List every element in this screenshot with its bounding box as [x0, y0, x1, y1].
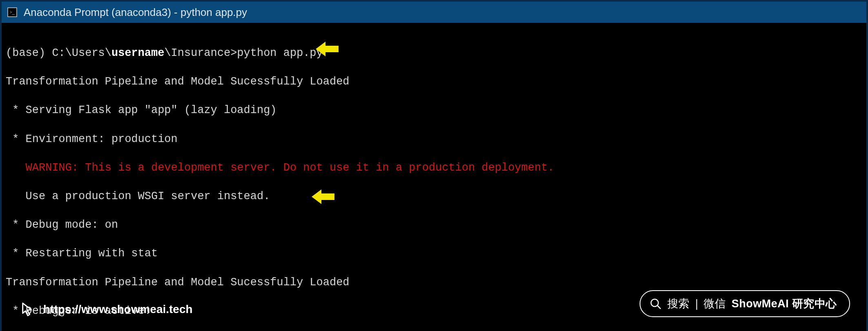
output-line: Transformation Pipeline and Model Sucess… [6, 75, 862, 89]
terminal-output[interactable]: (base) C:\Users\username\Insurance>pytho… [2, 23, 866, 331]
output-line: Use a production WSGI server instead. [6, 189, 862, 204]
indent [6, 162, 26, 174]
wechat-label: 微信 [704, 296, 726, 311]
output-line: * Environment: production [6, 132, 862, 147]
search-pill[interactable]: 搜索 | 微信 ShowMeAI 研究中心 [640, 290, 850, 317]
output-line: WARNING: This is a development server. D… [6, 161, 862, 175]
svg-line-5 [658, 306, 660, 309]
window-title: Anaconda Prompt (anaconda3) - python app… [24, 6, 247, 19]
output-line: Transformation Pipeline and Model Sucess… [6, 275, 862, 290]
prompt-prefix: (base) C:\Users\ [6, 47, 111, 59]
output-line: * Restarting with stat [6, 247, 862, 261]
annotation-arrow-icon [316, 41, 339, 57]
warning-text: WARNING: This is a development server. D… [26, 162, 554, 174]
footer-watermark: https://www.showmeai.tech [20, 302, 193, 317]
output-line: * Serving Flask app "app" (lazy loading) [6, 103, 862, 118]
footer-url: https://www.showmeai.tech [43, 303, 193, 316]
svg-text:>_: >_ [9, 9, 15, 15]
svg-marker-3 [312, 189, 334, 204]
annotation-arrow-icon [312, 189, 334, 205]
separator: | [695, 298, 698, 310]
prompt-suffix: \Insurance>python app.py [164, 47, 323, 59]
title-bar[interactable]: >_ Anaconda Prompt (anaconda3) - python … [2, 2, 866, 23]
output-line: * Debug mode: on [6, 218, 862, 232]
brand-label: ShowMeAI 研究中心 [731, 296, 837, 311]
terminal-window: >_ Anaconda Prompt (anaconda3) - python … [0, 0, 868, 331]
prompt-line: (base) C:\Users\username\Insurance>pytho… [6, 46, 862, 60]
search-label: 搜索 [667, 296, 689, 311]
app-icon: >_ [7, 7, 17, 17]
prompt-username: username [111, 47, 164, 59]
cursor-icon [20, 302, 36, 317]
svg-marker-2 [316, 42, 339, 56]
search-icon [649, 298, 662, 310]
